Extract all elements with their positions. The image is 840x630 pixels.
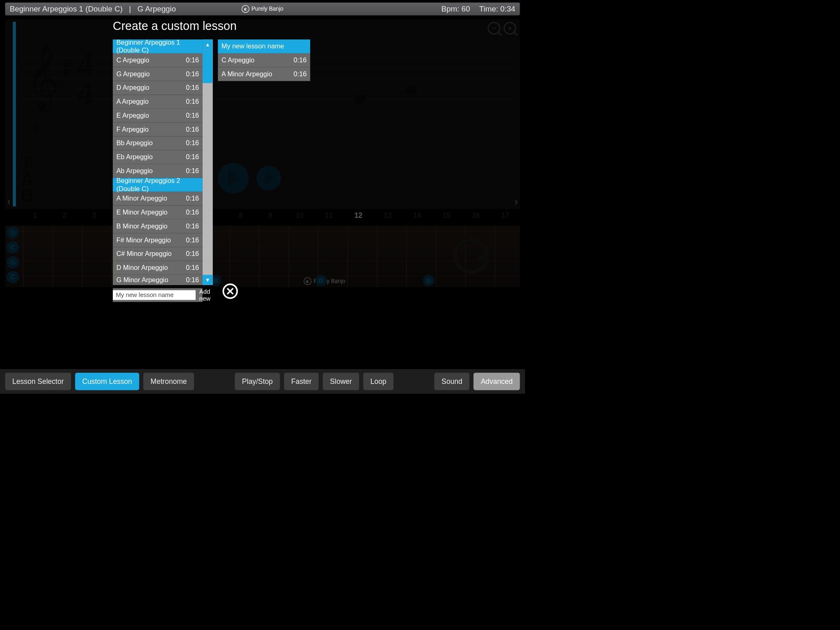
item-name: B Minor Arpeggio [116, 222, 168, 230]
source-section-header[interactable]: Beginner Arpeggios 2 (Double C) [113, 178, 203, 192]
add-new-button[interactable]: Add new [199, 288, 211, 302]
item-duration: 0:16 [186, 264, 199, 272]
item-duration: 0:16 [186, 167, 199, 175]
dest-section-header[interactable]: My new lesson name [218, 39, 310, 53]
scroll-track[interactable] [203, 50, 213, 275]
title-separator: | [129, 5, 131, 13]
source-lesson-item[interactable]: D Arpeggio0:16 [113, 81, 203, 95]
source-lesson-list: Beginner Arpeggios 1 (Double C)C Arpeggi… [113, 39, 203, 285]
lesson-group: Beginner Arpeggios 1 (Double C) [10, 5, 123, 13]
bpm-label: Bpm: [441, 5, 459, 13]
source-lesson-item[interactable]: D Minor Arpeggio0:16 [113, 261, 203, 275]
source-lesson-item[interactable]: Ab Arpeggio0:16 [113, 164, 203, 178]
item-name: F# Minor Arpeggio [116, 236, 171, 244]
lesson-name: G Arpeggio [137, 5, 176, 13]
faster-button[interactable]: Faster [284, 373, 319, 390]
brand-icon: ◐ [242, 5, 249, 13]
loop-button[interactable]: Loop [363, 373, 394, 390]
item-duration: 0:16 [186, 250, 199, 258]
item-duration: 0:16 [186, 98, 199, 105]
item-duration: 0:16 [186, 208, 199, 216]
dest-lesson-item[interactable]: C Arpeggio0:16 [218, 53, 310, 67]
item-duration: 0:16 [186, 112, 199, 119]
play-stop-button[interactable]: Play/Stop [235, 373, 280, 390]
add-lesson-bar: Add new [113, 288, 203, 302]
time-label: Time: [479, 5, 498, 13]
source-lesson-item[interactable]: C Arpeggio0:16 [113, 53, 203, 67]
item-duration: 0:16 [186, 276, 199, 284]
lesson-selector-button[interactable]: Lesson Selector [5, 373, 71, 390]
item-duration: 0:16 [186, 194, 199, 202]
source-lesson-item[interactable]: F# Minor Arpeggio0:16 [113, 233, 203, 247]
item-duration: 0:16 [186, 222, 199, 230]
item-name: E Arpeggio [116, 112, 149, 119]
section-title: Beginner Arpeggios 2 (Double C) [116, 177, 199, 193]
item-name: A Minor Arpeggio [116, 194, 167, 202]
item-name: D Minor Arpeggio [116, 264, 168, 272]
item-duration: 0:16 [186, 139, 199, 147]
custom-lesson-modal: Create a custom lesson Beginner Arpeggio… [113, 19, 318, 302]
source-lesson-item[interactable]: Bb Arpeggio0:16 [113, 137, 203, 151]
time-value: 0:34 [500, 5, 515, 13]
source-lesson-item[interactable]: F Arpeggio0:16 [113, 123, 203, 137]
source-lesson-item[interactable]: Eb Arpeggio0:16 [113, 150, 203, 164]
bottom-toolbar: Lesson Selector Custom Lesson Metronome … [0, 369, 525, 394]
scrollbar[interactable]: ▲ ▼ [203, 39, 213, 285]
dest-lesson-item[interactable]: A Minor Arpeggio0:16 [218, 67, 310, 81]
top-bar: Beginner Arpeggios 1 (Double C) | G Arpe… [5, 2, 520, 15]
source-lesson-item[interactable]: B Minor Arpeggio0:16 [113, 219, 203, 233]
item-name: Bb Arpeggio [116, 139, 153, 147]
source-lesson-item[interactable]: G Arpeggio0:16 [113, 67, 203, 81]
item-name: C Arpeggio [116, 56, 149, 64]
item-name: A Arpeggio [116, 98, 149, 105]
item-name: F Arpeggio [116, 126, 149, 133]
source-lesson-item[interactable]: G Minor Arpeggio0:16 [113, 275, 203, 285]
item-duration: 0:16 [294, 56, 307, 64]
close-modal-button[interactable] [223, 283, 238, 299]
item-duration: 0:16 [186, 153, 199, 161]
source-lesson-item[interactable]: A Minor Arpeggio0:16 [113, 192, 203, 206]
custom-lesson-button[interactable]: Custom Lesson [75, 373, 139, 390]
metronome-button[interactable]: Metronome [144, 373, 194, 390]
item-name: G Minor Arpeggio [116, 276, 168, 284]
advanced-button[interactable]: Advanced [474, 373, 520, 390]
slower-button[interactable]: Slower [323, 373, 359, 390]
source-section-header[interactable]: Beginner Arpeggios 1 (Double C) [113, 39, 203, 53]
modal-title: Create a custom lesson [113, 19, 318, 33]
source-lesson-item[interactable]: A Arpeggio0:16 [113, 95, 203, 109]
item-name: E Minor Arpeggio [116, 208, 168, 216]
item-name: C Arpeggio [221, 56, 254, 64]
item-duration: 0:16 [186, 236, 199, 244]
item-duration: 0:16 [186, 56, 199, 64]
scroll-thumb[interactable] [203, 50, 213, 83]
item-name: D Arpeggio [116, 84, 149, 91]
item-duration: 0:16 [294, 70, 307, 78]
source-lesson-item[interactable]: C# Minor Arpeggio0:16 [113, 247, 203, 261]
item-name: A Minor Arpeggio [221, 70, 272, 78]
scroll-down-icon[interactable]: ▼ [203, 275, 213, 285]
dest-title: My new lesson name [221, 42, 284, 50]
destination-lesson-list: My new lesson nameC Arpeggio0:16A Minor … [218, 39, 310, 285]
bpm-value: 60 [461, 5, 470, 13]
sound-button[interactable]: Sound [434, 373, 470, 390]
brand-logo: ◐ Purely Banjo [242, 5, 283, 13]
source-lesson-item[interactable]: E Minor Arpeggio0:16 [113, 205, 203, 219]
source-lesson-item[interactable]: E Arpeggio0:16 [113, 109, 203, 123]
scroll-up-icon[interactable]: ▲ [203, 39, 213, 50]
item-name: C# Minor Arpeggio [116, 250, 172, 258]
item-duration: 0:16 [186, 70, 199, 78]
brand-text: Purely Banjo [251, 6, 283, 12]
item-name: Ab Arpeggio [116, 167, 153, 175]
section-title: Beginner Arpeggios 1 (Double C) [116, 38, 199, 54]
item-duration: 0:16 [186, 126, 199, 133]
lesson-name-input[interactable] [113, 290, 196, 300]
item-duration: 0:16 [186, 84, 199, 91]
item-name: G Arpeggio [116, 70, 150, 78]
item-name: Eb Arpeggio [116, 153, 153, 161]
